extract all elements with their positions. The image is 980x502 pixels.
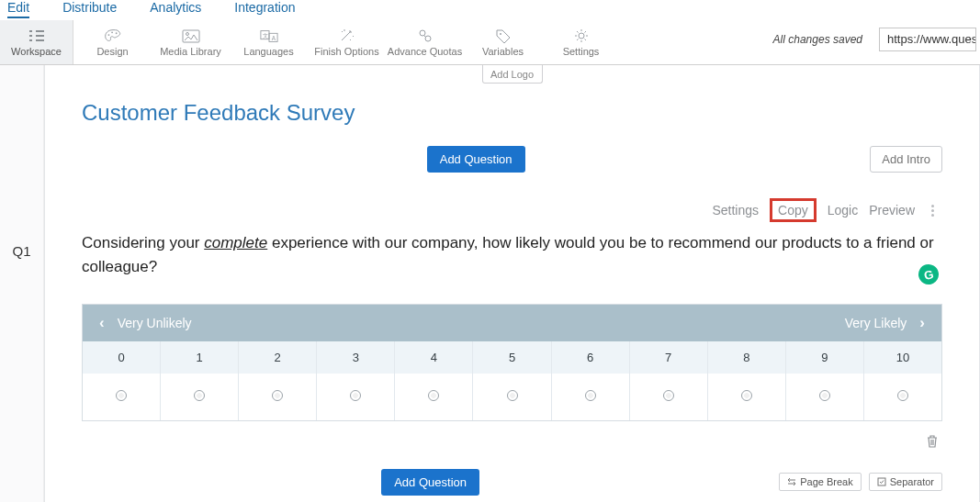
separator-button[interactable]: Separator [869,473,942,491]
radio-icon [819,390,830,401]
separator-icon [877,477,886,486]
tb-variables[interactable]: Variables [464,20,542,64]
wand-icon [338,28,356,44]
tb-media[interactable]: Media Library [152,20,230,64]
svg-point-10 [425,36,431,41]
radio-icon [897,390,908,401]
scale-num-9: 9 [786,341,864,374]
separator-label: Separator [890,476,934,487]
gear-icon [572,28,591,44]
nav-analytics[interactable]: Analytics [150,0,201,15]
scale-radio-5[interactable] [473,374,551,420]
scale-num-5: 5 [473,341,551,374]
question-id: Q1 [12,243,30,259]
image-icon [182,28,200,44]
radio-icon [507,390,518,401]
radio-icon [350,390,361,401]
scale-high-label[interactable]: Very Likely [845,316,907,330]
nav-integration[interactable]: Integration [234,0,295,15]
nav-edit[interactable]: Edit [7,0,29,18]
svg-point-12 [579,33,584,39]
url-input[interactable]: https://www.questi [879,28,976,51]
add-question-button[interactable]: Add Question [427,146,525,173]
tb-quotas-label: Advance Quotas [388,46,462,57]
question-gutter: Q1 [0,65,44,502]
scale-num-1: 1 [161,341,239,374]
q-text-pre: Considering your [82,234,204,251]
svg-text:A: A [271,34,276,40]
survey-title[interactable]: Customer Feedback Survey [45,84,979,139]
radio-icon [272,390,283,401]
add-intro-button[interactable]: Add Intro [870,146,942,173]
svg-point-4 [186,32,188,35]
svg-point-1 [111,31,113,33]
tag-icon [494,28,513,44]
radio-icon [194,390,205,401]
q-copy[interactable]: Copy [770,198,817,222]
scale-radio-7[interactable] [630,374,708,420]
chevron-right-icon[interactable]: › [914,314,930,332]
radio-icon [428,390,439,401]
scale-num-6: 6 [552,341,630,374]
scale-radio-4[interactable] [395,374,473,420]
svg-point-9 [420,30,425,36]
tb-finish[interactable]: Finish Options [308,20,386,64]
q-settings[interactable]: Settings [712,203,759,218]
add-question-button-bottom[interactable]: Add Question [381,469,479,496]
radio-icon [116,390,127,401]
tb-languages-label: Languages [243,46,293,57]
scale-radio-10[interactable] [864,374,941,420]
radio-icon [585,390,596,401]
scale-radio-0[interactable] [83,374,161,420]
quota-icon [416,28,434,44]
palette-icon [104,28,122,44]
scale-num-7: 7 [630,341,708,374]
radio-icon [741,390,752,401]
tb-settings[interactable]: Settings [542,20,620,64]
nps-scale: ‹ Very Unlikely Very Likely › 0123456789… [82,304,942,421]
scale-num-0: 0 [83,341,161,374]
tb-workspace[interactable]: Workspace [0,20,73,64]
radio-icon [663,390,674,401]
q-preview[interactable]: Preview [869,203,915,218]
question-text[interactable]: Considering your complete experience wit… [82,231,942,280]
scale-radio-2[interactable] [239,374,317,420]
tb-variables-label: Variables [482,46,524,57]
scale-radio-6[interactable] [552,374,630,420]
scale-radio-3[interactable] [317,374,395,420]
scale-num-2: 2 [239,341,317,374]
scale-radio-8[interactable] [708,374,786,420]
svg-rect-13 [878,478,885,485]
scale-low-label[interactable]: Very Unlikely [118,316,192,330]
chevron-left-icon[interactable]: ‹ [94,314,110,332]
add-logo-button[interactable]: Add Logo [482,65,543,84]
page-break-icon [787,477,796,486]
svg-point-11 [500,33,501,35]
q-more-icon[interactable] [926,205,939,217]
tb-languages[interactable]: 文A Languages [230,20,308,64]
tb-finish-label: Finish Options [314,46,378,57]
tb-design[interactable]: Design [73,20,152,64]
q-text-em: complete [204,234,267,251]
svg-text:文: 文 [262,31,267,38]
svg-rect-3 [183,30,199,42]
page-break-button[interactable]: Page Break [779,473,861,491]
scale-num-4: 4 [395,341,473,374]
q-logic[interactable]: Logic [828,203,858,218]
nav-distribute[interactable]: Distribute [62,0,117,15]
scale-num-10: 10 [864,341,941,374]
tb-quotas[interactable]: Advance Quotas [386,20,464,64]
languages-icon: 文A [260,28,278,44]
scale-radio-1[interactable] [161,374,239,420]
tb-media-label: Media Library [160,46,221,57]
tb-design-label: Design [96,46,128,57]
tb-workspace-label: Workspace [11,46,62,57]
page-break-label: Page Break [800,476,852,487]
scale-num-8: 8 [708,341,786,374]
save-status: All changes saved [773,33,862,46]
workspace-icon [28,28,46,44]
trash-icon[interactable] [926,434,939,449]
scale-num-3: 3 [317,341,395,374]
svg-point-0 [107,34,109,36]
scale-radio-9[interactable] [786,374,864,420]
